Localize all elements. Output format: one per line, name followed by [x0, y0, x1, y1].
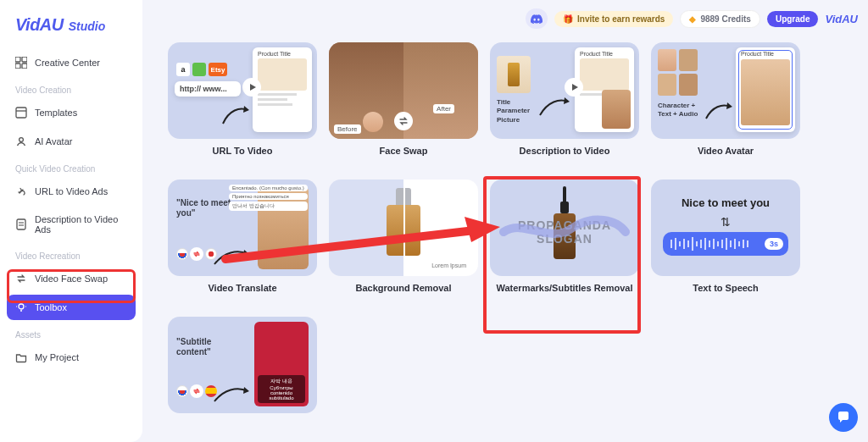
arrow-curve-icon [210, 383, 253, 408]
nav-label: Video Face Swap [35, 273, 108, 284]
arrow-curve-icon [219, 100, 253, 130]
phrase: Nice to meet you [651, 196, 800, 209]
flag-kr-icon [176, 385, 188, 397]
url-bar: http:// www... [175, 81, 241, 97]
sidebar: VidAU Studio Creative Center Video Creat… [0, 0, 142, 442]
svg-rect-1 [22, 57, 27, 62]
section-quick: Quick Video Creation [7, 157, 136, 175]
tool-grid: Product Title a Etsy http:// www... URL … [168, 42, 843, 413]
line: Title [497, 98, 530, 107]
chat-fab[interactable] [829, 403, 858, 432]
swap-icon [15, 273, 27, 285]
arrow-curve-icon [702, 97, 736, 125]
card-video-translate[interactable]: "Nice to meet you" Encantado. (Con mucho… [168, 180, 317, 305]
card-text-to-speech[interactable]: Nice to meet you ⇅ 3s Text to Speech [651, 180, 800, 305]
card-face-swap[interactable]: Before After Face Swap [329, 42, 478, 168]
card-thumb: 자막 내용 Субтитры contenido subtitulado "Su… [168, 317, 317, 413]
card-thumb: Product Title Character + Text + Audio [651, 42, 800, 139]
upgrade-label: Upgrade [776, 14, 810, 24]
gift-icon: 🎁 [563, 14, 573, 24]
invite-label: Invite to earn rewards [577, 14, 665, 24]
nav-toolbox[interactable]: Toolbox [7, 295, 136, 320]
nav-my-project[interactable]: My Project [7, 345, 136, 370]
face-mini-icon [363, 112, 383, 132]
card-video-avatar[interactable]: Product Title Character + Text + Audio V… [651, 42, 800, 168]
line: Parameter [497, 107, 530, 115]
nav-label: Creative Center [35, 58, 100, 68]
topbar: 🎁 Invite to earn rewards ◆ 9889 Credits … [526, 8, 858, 29]
card-title: Video Translate [168, 276, 317, 305]
phrase: "Subtitle content" [176, 337, 236, 357]
invite-button[interactable]: 🎁 Invite to earn rewards [554, 11, 673, 27]
bubble: 만나서 반갑습니다 [229, 202, 308, 211]
svg-rect-2 [15, 64, 20, 69]
chat-icon [837, 411, 850, 424]
card-url-to-video[interactable]: Product Title a Etsy http:// www... URL … [168, 42, 317, 168]
credits-badge[interactable]: ◆ 9889 Credits [680, 10, 760, 28]
card-title: Watermarks/Subtitles Removal [490, 276, 639, 305]
card-title: Description to Video [490, 139, 639, 168]
logo[interactable]: VidAU Studio [7, 12, 136, 47]
bubble: Encantado. (Con mucho gusto.) [229, 185, 308, 191]
brand-small: VidAU [825, 13, 858, 25]
card-thumb: "Nice to meet you" Encantado. (Con mucho… [168, 180, 317, 276]
shopify-icon [192, 63, 206, 76]
card-title: Background Removal [329, 276, 478, 305]
upgrade-button[interactable]: Upgrade [767, 11, 819, 27]
waveform-icon [668, 236, 753, 251]
svg-point-6 [19, 138, 24, 142]
document-icon [15, 218, 27, 230]
folder-icon [15, 351, 27, 363]
product-icon [497, 56, 531, 93]
play-icon [242, 78, 261, 97]
discord-icon [531, 14, 542, 24]
nav-url-to-video-ads[interactable]: URL to Video Ads [7, 179, 136, 204]
card-title: Video Avatar [651, 139, 800, 168]
nav-label: My Project [35, 352, 79, 362]
line: Text + Audio [658, 110, 698, 119]
panel-title: Product Title [258, 51, 307, 57]
nav-video-face-swap[interactable]: Video Face Swap [7, 266, 136, 291]
nav-creative-center[interactable]: Creative Center [7, 50, 136, 75]
card-subtitle-content[interactable]: 자막 내용 Субтитры contenido subtitulado "Su… [168, 317, 317, 413]
nav-label: AI Avatar [35, 136, 72, 146]
card-watermark-removal[interactable]: PROPAGANDA SLOGAN Watermarks/Subtitles R… [490, 180, 639, 305]
diamond-icon: ◆ [689, 14, 696, 24]
section-video-creation: Video Creation [7, 79, 136, 97]
brand-name: VidAU [15, 15, 64, 35]
main-content: Product Title a Etsy http:// www... URL … [142, 0, 868, 442]
card-title: URL To Video [168, 139, 317, 168]
card-thumb: PROPAGANDA SLOGAN [490, 180, 639, 276]
nav-description-to-video-ads[interactable]: Description to Video Ads [7, 207, 136, 241]
card-title: Face Swap [329, 139, 478, 168]
card-background-removal[interactable]: Lorem Ipsum Background Removal [329, 180, 478, 305]
svg-rect-7 [17, 219, 25, 229]
flag-kr-icon [176, 248, 188, 260]
nav-label: URL to Video Ads [35, 186, 108, 196]
card-thumb: Product Title Title Parameter Picture [490, 42, 639, 139]
template-icon [15, 107, 27, 119]
etsy-icon: Etsy [209, 63, 227, 76]
lightbulb-icon [15, 301, 27, 313]
nav-label: Toolbox [35, 302, 67, 312]
section-assets: Assets [7, 323, 136, 341]
grid-icon [15, 57, 27, 69]
sub-line: contenido subtitulado [260, 390, 303, 401]
discord-button[interactable] [526, 8, 548, 29]
card-thumb: Nice to meet you ⇅ 3s [651, 180, 800, 276]
panel-title: Product Title [580, 51, 629, 57]
nav-ai-avatar[interactable]: AI Avatar [7, 129, 136, 154]
svg-point-10 [19, 304, 24, 309]
svg-rect-0 [15, 57, 20, 62]
card-thumb: Before After [329, 42, 478, 139]
link-icon [15, 185, 27, 197]
nav-label: Templates [35, 108, 77, 118]
nav-templates[interactable]: Templates [7, 100, 136, 125]
card-description-to-video[interactable]: Product Title Title Parameter Picture De… [490, 42, 639, 168]
swap-mini-icon [190, 384, 203, 398]
credits-label: 9889 Credits [700, 14, 750, 24]
brand-label: Lorem Ipsum [428, 262, 470, 269]
convert-icon: ⇅ [721, 215, 731, 229]
sub-line: 자막 내용 [260, 378, 303, 385]
brand-studio: Studio [69, 19, 106, 33]
